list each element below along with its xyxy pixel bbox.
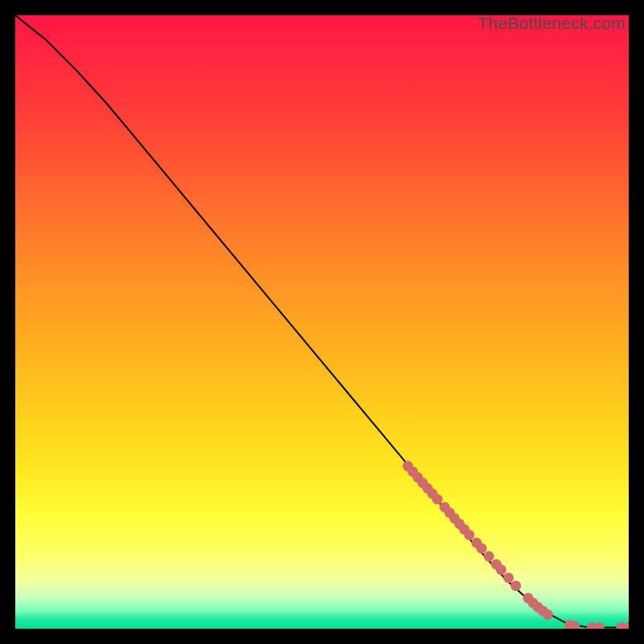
chart-overlay [15,15,629,629]
watermark-text: TheBottleneck.com [478,14,625,33]
chart-area: TheBottleneck.com [15,15,629,629]
marker-dots [402,461,629,629]
curve-path [15,15,629,627]
curve-line [15,15,629,627]
marker-dot [484,551,494,562]
marker-dot [503,572,514,583]
marker-dot [496,564,506,575]
marker-dot [432,494,443,505]
marker-dot [464,530,474,540]
marker-dot [594,622,605,629]
marker-dot [543,609,553,620]
marker-dot [510,580,521,591]
marker-dot [477,543,487,554]
